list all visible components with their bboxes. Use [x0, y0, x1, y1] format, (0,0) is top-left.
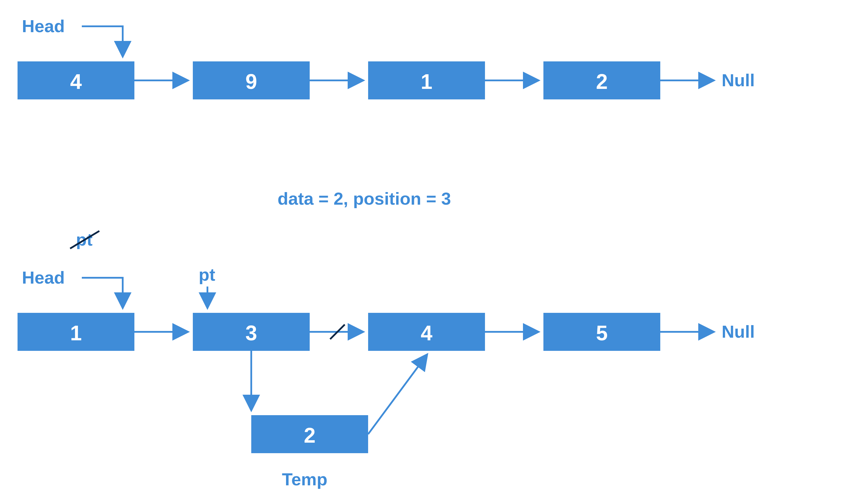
- head-arrow-top: [82, 26, 123, 56]
- top-node-3-value: 2: [596, 70, 608, 93]
- bottom-node-1-value: 3: [245, 321, 257, 345]
- top-node-0-value: 4: [70, 70, 82, 93]
- head-label-top: Head: [22, 16, 65, 36]
- pt-label: pt: [199, 265, 215, 284]
- head-label-bottom: Head: [22, 268, 65, 288]
- bottom-node-2-value: 4: [421, 321, 432, 345]
- head-arrow-bottom: [82, 278, 123, 307]
- bottom-node-3-value: 5: [596, 321, 608, 345]
- top-node-2-value: 1: [421, 70, 432, 93]
- temp-node-value: 2: [304, 424, 316, 447]
- temp-label: Temp: [282, 470, 328, 489]
- bottom-null-label: Null: [722, 322, 755, 341]
- top-node-1-value: 9: [245, 70, 257, 93]
- bottom-node-0-value: 1: [70, 321, 82, 345]
- top-null-label: Null: [722, 70, 755, 90]
- link-temp-to-node2: [368, 355, 426, 434]
- info-text: data = 2, position = 3: [278, 189, 451, 209]
